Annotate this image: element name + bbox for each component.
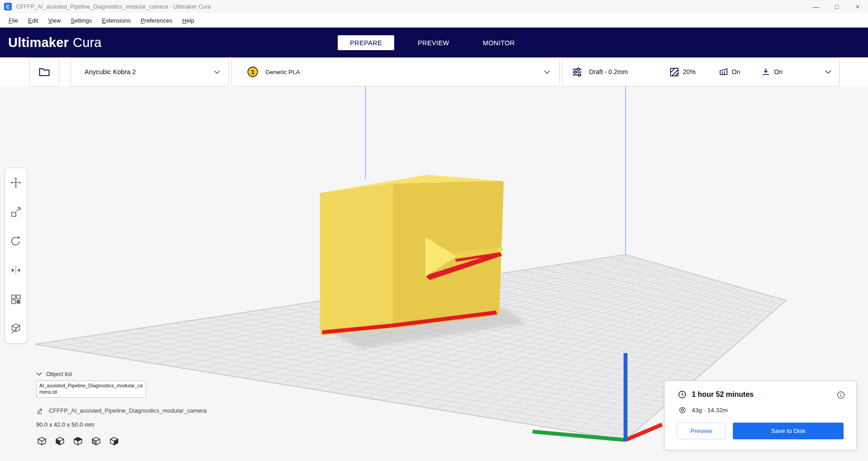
menu-help[interactable]: Help <box>177 17 199 24</box>
adhesion-value: On <box>774 68 783 75</box>
open-file-button[interactable] <box>29 57 59 86</box>
print-time: 1 hour 52 minutes <box>692 390 754 399</box>
infill-icon <box>669 66 680 78</box>
menu-edit[interactable]: Edit <box>23 17 43 24</box>
main-header: Ultimaker Cura PREPARE PREVIEW MONITOR M… <box>0 28 868 57</box>
support-blocker-icon <box>10 323 22 334</box>
chevron-down-icon <box>825 70 832 74</box>
menu-view[interactable]: View <box>43 17 66 24</box>
left-toolbar <box>5 168 27 343</box>
chevron-down-icon <box>36 372 42 376</box>
print-time-row: 1 hour 52 minutes <box>678 390 754 399</box>
rotate-tool-button[interactable] <box>5 226 27 256</box>
material-name: Generic PLA <box>265 69 300 75</box>
printer-selector[interactable]: Anycubic Kobra 2 <box>71 57 229 86</box>
model-dimensions: 90.0 x 42.0 x 50.0 mm <box>36 421 226 428</box>
brand-cura: Cura <box>73 35 102 50</box>
material-usage-row: 43g · 14.32m <box>679 406 728 414</box>
menu-extensions[interactable]: Extensions <box>97 17 136 24</box>
menu-bar: File Edit View Settings Extensions Prefe… <box>0 13 868 28</box>
adhesion-summary: On <box>761 67 783 77</box>
object-list-toggle[interactable]: Object list <box>36 371 226 377</box>
print-summary-panel: 1 hour 52 minutes 43g · 14.32m Preview S… <box>664 381 857 450</box>
object-list-label: Object list <box>46 371 72 377</box>
save-to-disk-button[interactable]: Save to Disk <box>733 423 844 439</box>
material-selector[interactable]: 1 Generic PLA <box>231 57 560 86</box>
view-left-icon[interactable] <box>90 436 102 447</box>
maximize-button[interactable]: □ <box>826 0 847 13</box>
view-3d-icon[interactable] <box>36 436 47 447</box>
tab-prepare[interactable]: PREPARE <box>338 35 394 50</box>
scale-tool-button[interactable] <box>5 198 27 227</box>
chevron-down-icon <box>544 70 550 74</box>
window-title: CFFFP_AI_assisted_Pipeline_Diagnostics_m… <box>16 4 211 10</box>
folder-icon <box>38 66 51 78</box>
extruder-number: 1 <box>251 69 255 75</box>
chevron-down-icon <box>214 70 220 74</box>
printer-name: Anycubic Kobra 2 <box>85 68 136 75</box>
model-left-face <box>322 186 391 333</box>
adhesion-icon <box>761 67 771 77</box>
object-file-name: AI_assisted_Pipeline_Diagnostics_modular… <box>39 383 143 395</box>
object-list-item[interactable]: AI_assisted_Pipeline_Diagnostics_modular… <box>36 381 146 398</box>
per-model-settings-icon <box>10 293 22 305</box>
view-orientation-bar <box>36 436 226 447</box>
menu-preferences[interactable]: Preferences <box>136 17 177 24</box>
app-icon: C <box>4 3 12 10</box>
tab-monitor[interactable]: MONITOR <box>473 35 525 50</box>
view-right-icon[interactable] <box>108 436 120 447</box>
mirror-icon <box>10 264 22 276</box>
window-controls: — □ × <box>806 0 868 13</box>
sliders-icon <box>571 66 583 78</box>
menu-settings[interactable]: Settings <box>66 17 97 24</box>
model[interactable] <box>322 177 503 334</box>
lens-cylinder-cap <box>498 247 503 252</box>
mirror-tool-button[interactable] <box>5 256 27 285</box>
rotate-icon <box>10 235 22 247</box>
view-front-icon[interactable] <box>54 436 66 447</box>
per-model-settings-button[interactable] <box>5 285 27 314</box>
info-icon[interactable] <box>836 390 845 400</box>
view-top-icon[interactable] <box>72 436 84 447</box>
stage-tabs: PREPARE PREVIEW MONITOR <box>338 35 525 50</box>
tab-preview[interactable]: PREVIEW <box>408 35 459 50</box>
minimize-button[interactable]: — <box>806 0 826 13</box>
infill-value: 20% <box>683 68 696 75</box>
object-list-panel: Object list AI_assisted_Pipeline_Diagnos… <box>36 371 226 447</box>
infill-summary: 20% <box>669 66 696 78</box>
move-tool-button[interactable] <box>5 168 27 198</box>
job-name: CFFFP_AI_assisted_Pipeline_Diagnostics_m… <box>49 407 207 414</box>
titlebar: C CFFFP_AI_assisted_Pipeline_Diagnostics… <box>0 0 868 13</box>
brand-ultimaker: Ultimaker <box>8 35 69 50</box>
print-profile: Draft - 0.2mm <box>589 68 628 75</box>
move-icon <box>10 177 22 188</box>
job-name-row[interactable]: CFFFP_AI_assisted_Pipeline_Diagnostics_m… <box>36 407 226 414</box>
clock-icon <box>678 390 687 399</box>
material-usage: 43g · 14.32m <box>692 407 728 414</box>
support-icon <box>718 67 729 77</box>
preview-button[interactable]: Preview <box>677 423 726 439</box>
app-icon-letter: C <box>6 4 10 9</box>
extruder-icon: 1 <box>247 66 259 78</box>
close-button[interactable]: × <box>847 0 868 13</box>
support-blocker-button[interactable] <box>5 314 27 343</box>
scale-icon <box>10 206 22 218</box>
support-summary: On <box>718 67 741 77</box>
menu-file[interactable]: File <box>4 17 23 24</box>
app-logo: Ultimaker Cura <box>8 28 102 57</box>
print-settings-selector[interactable]: Draft - 0.2mm 20% On On <box>562 57 840 86</box>
spool-icon <box>679 406 686 414</box>
pencil-icon <box>36 407 44 414</box>
support-value: On <box>732 68 741 75</box>
